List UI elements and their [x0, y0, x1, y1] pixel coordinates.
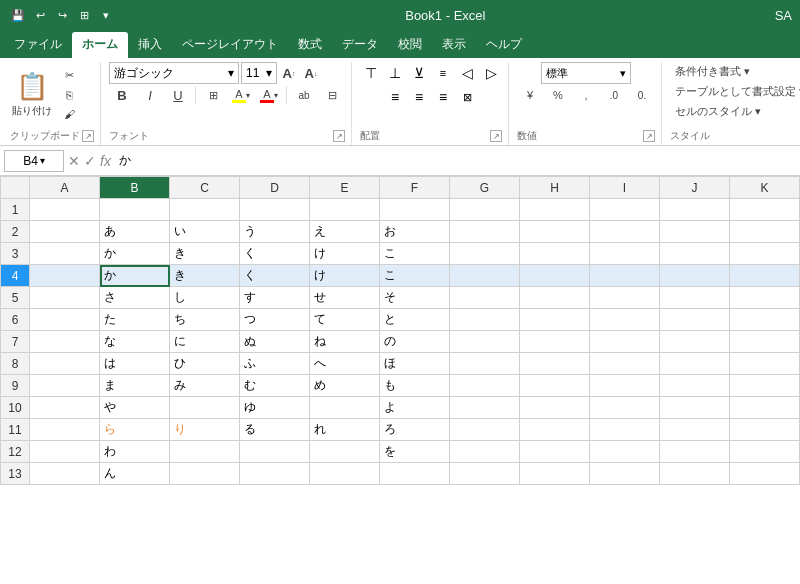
copy-button[interactable]: ⎘ [56, 86, 82, 104]
cell-I8[interactable] [590, 353, 660, 375]
cell-C13[interactable] [170, 463, 240, 485]
cell-H5[interactable] [520, 287, 590, 309]
cell-F11[interactable]: ろ [380, 419, 450, 441]
cell-H12[interactable] [520, 441, 590, 463]
cell-I6[interactable] [590, 309, 660, 331]
cell-A5[interactable] [30, 287, 100, 309]
cell-H4[interactable] [520, 265, 590, 287]
cell-D12[interactable] [240, 441, 310, 463]
cell-C6[interactable]: ち [170, 309, 240, 331]
cell-J12[interactable] [660, 441, 730, 463]
cell-G13[interactable] [450, 463, 520, 485]
cell-reference-box[interactable]: B4 ▾ [4, 150, 64, 172]
grid-icon[interactable]: ⊞ [74, 5, 94, 25]
cell-G9[interactable] [450, 375, 520, 397]
cell-B9[interactable]: ま [100, 375, 170, 397]
conditional-wrap-button[interactable]: ab [291, 86, 317, 104]
cell-B4[interactable]: か [100, 265, 170, 287]
cell-G8[interactable] [450, 353, 520, 375]
cell-E2[interactable]: え [310, 221, 380, 243]
borders-button[interactable]: ⊞ [200, 86, 226, 104]
cell-I4[interactable] [590, 265, 660, 287]
merge-button[interactable]: ⊠ [456, 86, 478, 108]
cell-G3[interactable] [450, 243, 520, 265]
row-header-1[interactable]: 1 [1, 199, 30, 221]
cell-C3[interactable]: き [170, 243, 240, 265]
font-color-button[interactable]: A ▾ [256, 86, 282, 104]
row-header-12[interactable]: 12 [1, 441, 30, 463]
italic-button[interactable]: I [137, 86, 163, 104]
font-expand[interactable]: ↗ [333, 130, 345, 142]
cell-I1[interactable] [590, 199, 660, 221]
cell-H2[interactable] [520, 221, 590, 243]
cell-A1[interactable] [30, 199, 100, 221]
clipboard-expand[interactable]: ↗ [82, 130, 94, 142]
cell-K11[interactable] [730, 419, 800, 441]
tab-view[interactable]: 表示 [432, 32, 476, 58]
decimal-increase-button[interactable]: .0 [601, 86, 627, 104]
cell-B5[interactable]: さ [100, 287, 170, 309]
row-header-9[interactable]: 9 [1, 375, 30, 397]
col-header-g[interactable]: G [450, 177, 520, 199]
cell-G2[interactable] [450, 221, 520, 243]
row-header-5[interactable]: 5 [1, 287, 30, 309]
cell-H3[interactable] [520, 243, 590, 265]
row-header-4[interactable]: 4 [1, 265, 30, 287]
cell-J7[interactable] [660, 331, 730, 353]
formula-insert-function-icon[interactable]: fx [100, 153, 111, 169]
undo-icon[interactable]: ↩ [30, 5, 50, 25]
cell-K9[interactable] [730, 375, 800, 397]
row-header-8[interactable]: 8 [1, 353, 30, 375]
cell-J13[interactable] [660, 463, 730, 485]
col-header-h[interactable]: H [520, 177, 590, 199]
cell-style-button[interactable]: セルのスタイル ▾ [670, 102, 766, 120]
cell-D8[interactable]: ふ [240, 353, 310, 375]
cell-F5[interactable]: そ [380, 287, 450, 309]
cell-D11[interactable]: る [240, 419, 310, 441]
cell-B12[interactable]: わ [100, 441, 170, 463]
cell-H10[interactable] [520, 397, 590, 419]
cell-B1[interactable] [100, 199, 170, 221]
cell-C5[interactable]: し [170, 287, 240, 309]
cell-I12[interactable] [590, 441, 660, 463]
cell-D7[interactable]: ぬ [240, 331, 310, 353]
font-size-box[interactable]: ▾ [241, 62, 277, 84]
cell-F3[interactable]: こ [380, 243, 450, 265]
cut-button[interactable]: ✂ [56, 67, 82, 85]
indent-decrease-button[interactable]: ◁ [456, 62, 478, 84]
cell-K6[interactable] [730, 309, 800, 331]
cell-E6[interactable]: て [310, 309, 380, 331]
cell-I5[interactable] [590, 287, 660, 309]
row-header-2[interactable]: 2 [1, 221, 30, 243]
font-name-input[interactable] [114, 66, 228, 80]
cell-A9[interactable] [30, 375, 100, 397]
cell-G7[interactable] [450, 331, 520, 353]
col-header-d[interactable]: D [240, 177, 310, 199]
font-increase-button[interactable]: A↑ [279, 62, 299, 84]
cell-C7[interactable]: に [170, 331, 240, 353]
cell-J11[interactable] [660, 419, 730, 441]
cell-I13[interactable] [590, 463, 660, 485]
align-right-button[interactable]: ≡ [432, 86, 454, 108]
cell-C9[interactable]: み [170, 375, 240, 397]
cell-F7[interactable]: の [380, 331, 450, 353]
cell-E13[interactable] [310, 463, 380, 485]
cell-H11[interactable] [520, 419, 590, 441]
cell-J6[interactable] [660, 309, 730, 331]
cell-A12[interactable] [30, 441, 100, 463]
align-center-button[interactable]: ≡ [408, 86, 430, 108]
cell-C11[interactable]: り [170, 419, 240, 441]
redo-icon[interactable]: ↪ [52, 5, 72, 25]
table-format-button[interactable]: テーブルとして書式設定 ▾ [670, 82, 800, 100]
row-header-6[interactable]: 6 [1, 309, 30, 331]
cell-C10[interactable] [170, 397, 240, 419]
cell-D5[interactable]: す [240, 287, 310, 309]
row-header-11[interactable]: 11 [1, 419, 30, 441]
cell-B2[interactable]: あ [100, 221, 170, 243]
tab-page-layout[interactable]: ページレイアウト [172, 32, 288, 58]
cell-I9[interactable] [590, 375, 660, 397]
col-header-i[interactable]: I [590, 177, 660, 199]
cell-K13[interactable] [730, 463, 800, 485]
cell-E4[interactable]: け [310, 265, 380, 287]
format-painter-button[interactable]: 🖌 [56, 105, 82, 123]
